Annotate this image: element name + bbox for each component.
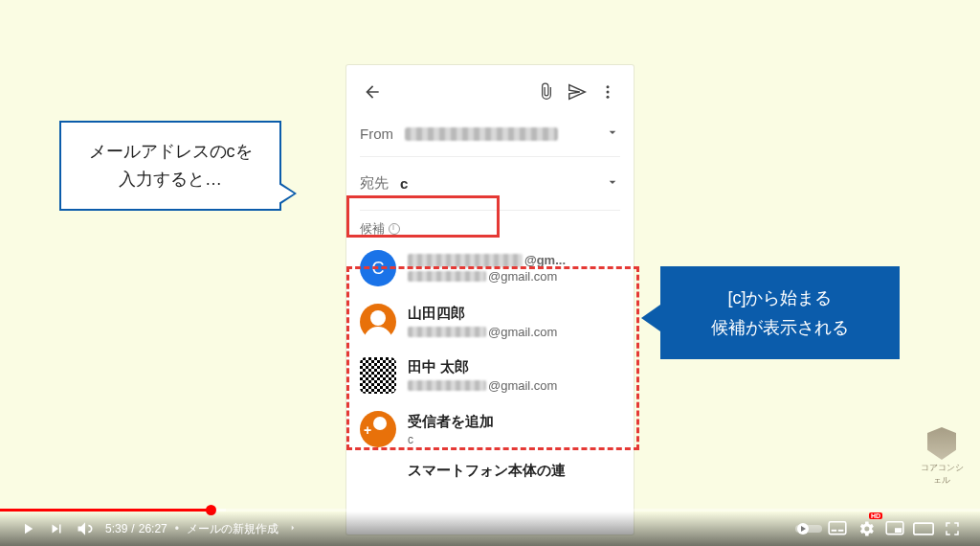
highlight-suggestions — [346, 266, 639, 450]
more-suggestion-label: スマートフォン本体の連 — [408, 462, 566, 480]
chevron-right-icon[interactable] — [288, 522, 298, 535]
time-display: 5:39 / 26:27 • メールの新規作成 — [105, 521, 298, 537]
to-input-value: c — [400, 175, 408, 192]
play-button[interactable] — [13, 514, 42, 543]
chapter-title[interactable]: メールの新規作成 — [187, 521, 278, 537]
time-duration: 26:27 — [139, 522, 167, 535]
svg-rect-6 — [832, 530, 837, 532]
svg-rect-10 — [914, 523, 933, 535]
callout-right-line1: [c]から始まる — [678, 284, 882, 313]
to-label: 宛先 — [360, 174, 389, 193]
from-label: From — [360, 125, 393, 142]
chevron-down-icon — [605, 174, 620, 193]
captions-button[interactable] — [823, 514, 852, 543]
callout-right-line2: 候補が表示される — [678, 313, 882, 343]
video-frame: From 宛先 c 候補 C @gm... — [0, 0, 980, 546]
more-suggestion-row[interactable]: スマートフォン本体の連 — [360, 456, 620, 485]
from-row[interactable]: From — [360, 111, 620, 157]
watermark-label: コアコンシェル — [917, 462, 967, 487]
callout-left-line2: 入力すると… — [78, 166, 262, 193]
from-address-blurred — [405, 127, 558, 141]
chevron-down-icon — [605, 125, 620, 143]
hd-badge: HD — [869, 512, 882, 519]
player-controls: 5:39 / 26:27 • メールの新規作成 HD — [0, 512, 980, 546]
attach-icon[interactable] — [534, 82, 559, 102]
callout-left-line1: メールアドレスのcを — [78, 138, 262, 166]
svg-point-1 — [607, 91, 610, 94]
compose-toolbar — [360, 73, 620, 111]
watermark-crest-icon — [927, 427, 956, 460]
next-button[interactable] — [42, 514, 71, 543]
highlight-to-field — [346, 195, 500, 238]
callout-right: [c]から始まる 候補が表示される — [660, 266, 900, 359]
time-current: 5:39 — [105, 522, 127, 535]
suggestion-name-blurred — [408, 254, 523, 267]
channel-watermark[interactable]: コアコンシェル — [917, 427, 967, 487]
autoplay-toggle[interactable] — [794, 514, 823, 543]
svg-rect-7 — [838, 530, 844, 532]
miniplayer-button[interactable] — [880, 514, 909, 543]
send-icon[interactable] — [565, 81, 590, 102]
fullscreen-button[interactable] — [938, 514, 967, 543]
svg-rect-9 — [895, 528, 902, 533]
svg-point-2 — [607, 96, 610, 99]
callout-left: メールアドレスのcを 入力すると… — [59, 121, 281, 211]
volume-button[interactable] — [71, 514, 100, 543]
suggestion-name-suffix: @gm... — [524, 253, 566, 267]
more-icon[interactable] — [595, 83, 620, 101]
settings-button[interactable]: HD — [852, 514, 880, 543]
back-icon[interactable] — [360, 82, 385, 102]
theater-button[interactable] — [909, 514, 938, 543]
svg-rect-5 — [829, 522, 846, 535]
svg-point-0 — [607, 85, 610, 88]
